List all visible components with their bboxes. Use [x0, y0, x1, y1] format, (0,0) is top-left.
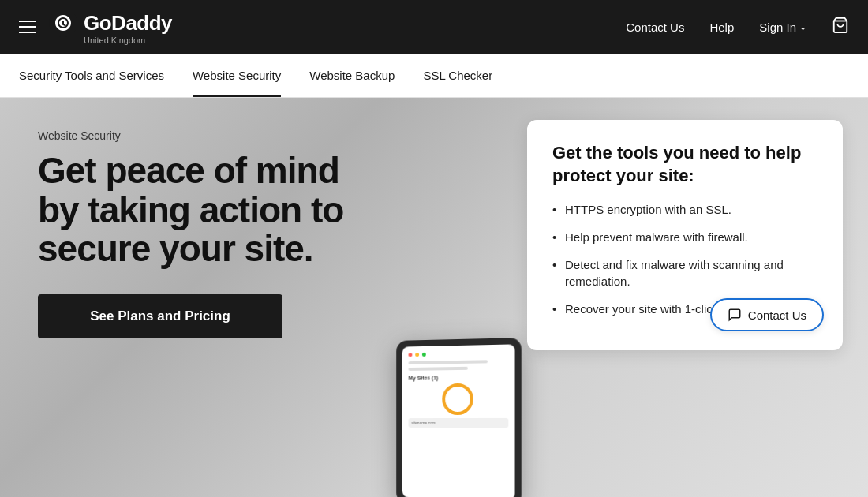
- logo-area: GoDaddy United Kingdom: [49, 9, 172, 45]
- chevron-down-icon: ⌄: [799, 22, 806, 32]
- svg-point-0: [49, 9, 77, 37]
- cta-button[interactable]: See Plans and Pricing: [38, 294, 282, 338]
- dot-green: [422, 353, 426, 357]
- hero-title: Get peace of mind by taking action to se…: [38, 151, 347, 269]
- hero-image-area: My Sites (1) sitename.com: [379, 98, 537, 497]
- contact-us-float-button[interactable]: Contact Us: [710, 298, 824, 331]
- tablet-mockup: My Sites (1) sitename.com: [396, 338, 521, 497]
- info-card: Get the tools you need to help protect y…: [527, 120, 843, 350]
- region-label: United Kingdom: [84, 36, 145, 45]
- dot-yellow: [415, 353, 419, 357]
- tablet-circle: [442, 383, 473, 415]
- tablet-title: My Sites (1): [409, 374, 509, 381]
- nav-item-website-backup[interactable]: Website Backup: [295, 54, 409, 97]
- tablet-screen: My Sites (1) sitename.com: [402, 344, 515, 497]
- dot-red: [409, 353, 413, 357]
- contact-us-nav-link[interactable]: Contact Us: [626, 21, 684, 34]
- hero-section: Website Security Get peace of mind by ta…: [0, 98, 868, 497]
- logo-link[interactable]: GoDaddy: [49, 9, 172, 37]
- nav-item-ssl-checker[interactable]: SSL Checker: [409, 54, 507, 97]
- tablet-line-2: [409, 367, 468, 371]
- nav-item-website-security[interactable]: Website Security: [178, 54, 295, 97]
- cart-icon[interactable]: [832, 17, 849, 38]
- hamburger-menu-icon[interactable]: [19, 21, 36, 33]
- godaddy-logo-icon: [49, 9, 77, 37]
- hero-left: Website Security Get peace of mind by ta…: [0, 98, 379, 497]
- hero-label: Website Security: [38, 129, 347, 142]
- nav-right: Contact Us Help Sign In ⌄: [626, 17, 849, 38]
- tablet-card: sitename.com: [409, 418, 509, 428]
- sign-in-label: Sign In: [759, 21, 796, 34]
- help-nav-link[interactable]: Help: [709, 21, 734, 34]
- nav-item-security-tools[interactable]: Security Tools and Services: [19, 54, 178, 97]
- nav-left: GoDaddy United Kingdom: [19, 9, 172, 45]
- tablet-line-1: [409, 360, 488, 364]
- top-nav: GoDaddy United Kingdom Contact Us Help S…: [0, 0, 868, 54]
- sign-in-button[interactable]: Sign In ⌄: [759, 21, 806, 34]
- contact-us-float-label: Contact Us: [748, 308, 806, 322]
- tablet-screen-header: [409, 351, 509, 357]
- secondary-nav: Security Tools and Services Website Secu…: [0, 54, 868, 98]
- info-card-title: Get the tools you need to help protect y…: [552, 142, 817, 187]
- info-card-item-1: HTTPS encryption with an SSL.: [552, 201, 817, 218]
- chat-icon: [728, 308, 742, 322]
- info-card-item-3: Detect and fix malware with scanning and…: [552, 256, 817, 290]
- brand-name: GoDaddy: [84, 11, 172, 36]
- info-card-item-2: Help prevent malware with firewall.: [552, 229, 817, 245]
